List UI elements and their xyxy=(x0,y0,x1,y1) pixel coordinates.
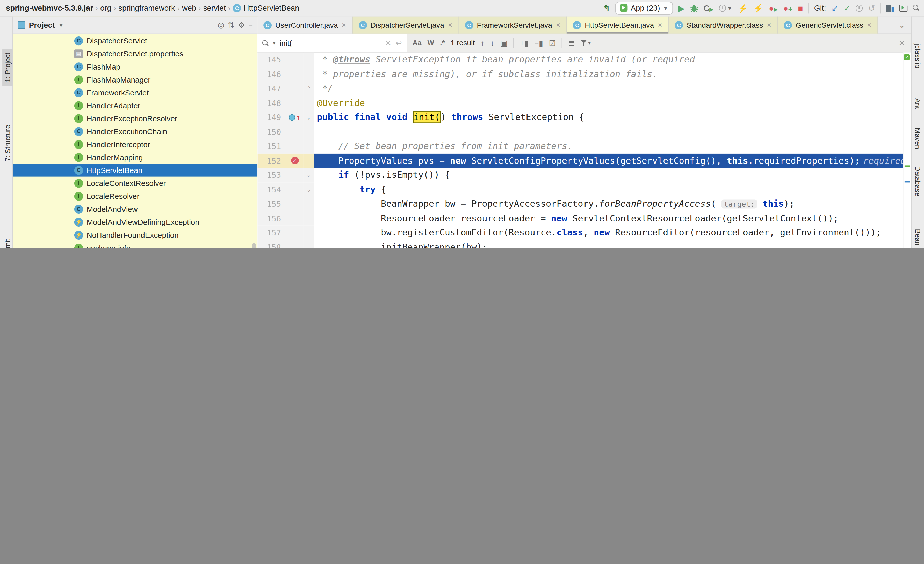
toolwindow-button-commit[interactable]: Commit xyxy=(2,235,13,248)
toolwindow-button-database[interactable]: Database xyxy=(912,163,923,200)
project-tree-item[interactable]: ILocaleContextResolver xyxy=(13,177,257,190)
toolwindow-button----structure[interactable]: 7: Structure xyxy=(2,121,13,165)
close-icon[interactable]: ✕ xyxy=(867,22,872,28)
code-line[interactable]: 156ResourceLoader resourceLoader = new S… xyxy=(257,211,911,226)
close-icon[interactable]: ✕ xyxy=(341,22,346,28)
project-tree-item[interactable]: IHandlerMapping xyxy=(13,151,257,164)
search-options-icon[interactable]: ≣ xyxy=(568,39,574,47)
whole-words-toggle[interactable]: W xyxy=(428,39,434,47)
code-line[interactable]: 151// Set bean properties from init para… xyxy=(257,139,911,153)
code-line[interactable]: 157bw.registerCustomEditor(Resource.clas… xyxy=(257,226,911,240)
profiler-button[interactable]: ▼ xyxy=(719,4,732,11)
fold-marker[interactable]: ⌄ xyxy=(303,110,314,125)
breadcrumb-item[interactable]: springframework xyxy=(118,4,175,12)
close-icon[interactable]: ✕ xyxy=(448,22,453,28)
project-tree-item[interactable]: CHandlerExecutionChain xyxy=(13,125,257,138)
run-with-coverage-button[interactable]: C▶ xyxy=(704,4,714,12)
close-icon[interactable]: ✕ xyxy=(766,22,771,28)
collapse-all-icon[interactable]: ⇅ xyxy=(228,21,234,30)
project-structure-icon[interactable] xyxy=(886,4,894,11)
fold-marker[interactable]: ⌄ xyxy=(303,182,314,197)
code-line[interactable]: 153⌄if (!pvs.isEmpty()) { xyxy=(257,168,911,183)
navigate-back-icon[interactable]: ↰ xyxy=(603,4,610,12)
breadcrumb-item[interactable]: spring-webmvc-5.3.9.jar xyxy=(6,4,93,12)
inspections-ok-icon[interactable]: ✓ xyxy=(904,54,910,60)
breadcrumb-item[interactable]: org xyxy=(100,4,111,12)
run-button[interactable]: ▶ xyxy=(678,4,685,12)
rollback-icon[interactable]: ↺ xyxy=(868,4,875,12)
fold-marker[interactable]: ⌄ xyxy=(303,168,314,183)
history-icon[interactable] xyxy=(856,4,863,11)
close-icon[interactable]: ✕ xyxy=(556,22,561,28)
locate-file-icon[interactable]: ◎ xyxy=(218,21,225,30)
project-tree-item[interactable]: CDispatcherServlet xyxy=(13,34,257,47)
project-panel-title[interactable]: Project xyxy=(29,21,55,30)
project-tree-item[interactable]: ⚡ModelAndViewDefiningException xyxy=(13,215,257,229)
attach-debugger-button[interactable]: ●✚ xyxy=(783,4,792,12)
new-line-icon[interactable]: ↩ xyxy=(396,39,402,47)
code-line[interactable]: 145* @throws ServletException if bean pr… xyxy=(257,52,911,67)
add-occurrence-icon[interactable]: +▮ xyxy=(520,39,528,47)
project-tree-item[interactable]: ⚡NoHandlerFoundException xyxy=(13,229,257,241)
vertical-scrollbar[interactable] xyxy=(252,243,256,248)
search-everywhere-icon[interactable] xyxy=(913,4,920,11)
editor-tab[interactable]: CFrameworkServlet.java✕ xyxy=(459,16,567,34)
breakpoint-icon[interactable]: ✓ xyxy=(291,157,298,165)
run-config-selector[interactable]: App (23) ▼ xyxy=(615,1,673,15)
project-tree-item[interactable]: IFlashMapManager xyxy=(13,73,257,86)
code-line[interactable]: 148@Override xyxy=(257,96,911,110)
project-tree-item[interactable]: CHttpServletBean xyxy=(13,164,257,177)
search-input[interactable]: init( xyxy=(280,39,381,47)
editor-tab[interactable]: CGenericServlet.class✕ xyxy=(778,16,878,34)
code-line[interactable]: 149↑⌄public final void init() throws Ser… xyxy=(257,110,911,125)
code-line[interactable]: 146* properties are missing), or if subc… xyxy=(257,67,911,81)
project-tree-item[interactable]: IHandlerExceptionResolver xyxy=(13,112,257,125)
code-line[interactable]: 150 xyxy=(257,124,911,139)
remove-occurrence-icon[interactable]: −▮ xyxy=(534,39,543,47)
match-case-toggle[interactable]: Aa xyxy=(412,39,422,47)
project-tree-item[interactable]: ILocaleResolver xyxy=(13,190,257,203)
fold-marker[interactable]: ⌃ xyxy=(303,81,314,96)
editor-tab[interactable]: CUserController.java✕ xyxy=(257,16,353,34)
toolwindow-button-jclasslib[interactable]: jclasslib xyxy=(912,40,923,72)
previous-occurrence-icon[interactable]: ↑ xyxy=(481,39,484,47)
clear-search-icon[interactable]: ✕ xyxy=(385,39,391,47)
gear-icon[interactable]: ⚙ xyxy=(238,21,245,30)
project-tree-item[interactable]: CFrameworkServlet xyxy=(13,86,257,99)
overriding-method-icon[interactable] xyxy=(289,114,296,121)
search-history-chevron-icon[interactable]: ▾ xyxy=(273,40,276,46)
close-icon[interactable]: ✕ xyxy=(657,22,663,28)
select-all-occurrences-icon[interactable]: ▣ xyxy=(500,39,507,47)
project-tree-item[interactable]: Ipackage-info xyxy=(13,241,257,248)
select-occurrences-icon[interactable]: ☑ xyxy=(549,39,556,47)
toolwindow-button-bean-validation[interactable]: Bean Validation xyxy=(912,226,923,248)
toolwindow-button-maven[interactable]: Maven xyxy=(912,124,923,153)
close-search-icon[interactable]: ✕ xyxy=(898,39,905,47)
git-commit-button[interactable]: ✓ xyxy=(843,4,850,12)
git-update-button[interactable]: ↙ xyxy=(831,4,838,12)
project-tree-item[interactable]: CModelAndView xyxy=(13,203,257,215)
code-editor[interactable]: 145* @throws ServletException if bean pr… xyxy=(257,52,911,248)
editor-tab[interactable]: CDispatcherServlet.java✕ xyxy=(353,16,459,34)
breadcrumb-item[interactable]: web xyxy=(182,4,196,12)
run-anything-icon[interactable] xyxy=(899,4,908,11)
stop-button[interactable]: ■ xyxy=(798,4,803,12)
profile-running-app-button[interactable]: ●▶ xyxy=(769,4,778,12)
code-line[interactable]: 158initBeanWrapper(bw); xyxy=(257,240,911,248)
breadcrumb[interactable]: spring-webmvc-5.3.9.jar›org›springframew… xyxy=(6,4,299,12)
code-line[interactable]: 152✓PropertyValues pvs = new ServletConf… xyxy=(257,153,911,168)
toolwindow-button----project[interactable]: 1: Project xyxy=(2,49,13,86)
hide-panel-icon[interactable]: − xyxy=(248,21,253,30)
breadcrumb-item[interactable]: servlet xyxy=(203,4,226,12)
breadcrumb-item[interactable]: HttpServletBean xyxy=(243,4,299,12)
editor-tab[interactable]: CStandardWrapper.class✕ xyxy=(669,16,778,34)
code-line[interactable]: 154⌄try { xyxy=(257,182,911,197)
filter-search-icon[interactable]: ▾ xyxy=(580,40,591,46)
debug-button[interactable] xyxy=(690,4,698,12)
toolwindow-button-ant[interactable]: Ant xyxy=(912,95,923,112)
editor-tab[interactable]: CHttpServletBean.java✕ xyxy=(567,16,669,34)
project-tree-item[interactable]: IHandlerInterceptor xyxy=(13,138,257,151)
code-line[interactable]: 147⌃*/ xyxy=(257,81,911,96)
editor-scroll-column[interactable]: ✓ xyxy=(903,52,911,248)
project-tree-item[interactable]: ▤DispatcherServlet.properties xyxy=(13,47,257,60)
